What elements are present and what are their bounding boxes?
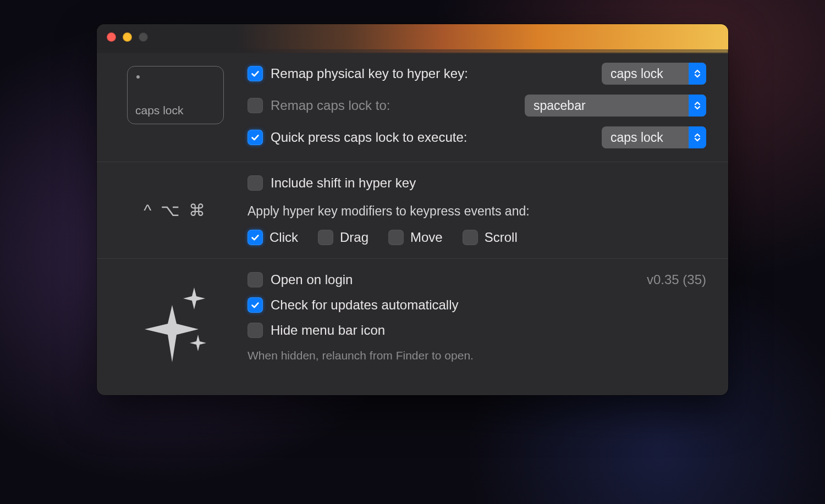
section-remap: caps lock Remap physical key to hyper ke… — [97, 49, 728, 162]
label-quick-press: Quick press caps lock to execute: — [271, 130, 468, 145]
checkbox-mod-move[interactable] — [388, 230, 404, 245]
label-check-updates: Check for updates automatically — [271, 297, 459, 313]
label-open-on-login: Open on login — [271, 272, 353, 287]
checkbox-hide-menu-icon[interactable] — [248, 323, 263, 338]
label-remap-capslock-to: Remap caps lock to: — [271, 98, 390, 113]
select-remap-physical[interactable]: caps lock — [602, 63, 706, 85]
apply-modifiers-header: Apply hyper key modifiers to keypress ev… — [248, 204, 706, 219]
zoom-icon[interactable] — [139, 32, 148, 42]
checkbox-remap-capslock-to[interactable] — [248, 98, 263, 113]
label-remap-physical: Remap physical key to hyper key: — [271, 66, 468, 81]
label-hide-menu-icon: Hide menu bar icon — [271, 323, 385, 338]
keycap-indicator-dot — [136, 75, 140, 79]
close-icon[interactable] — [107, 32, 116, 42]
sparkle-icon — [137, 281, 214, 369]
row-include-shift: Include shift in hyper key — [248, 175, 706, 191]
checkbox-remap-physical[interactable] — [248, 66, 263, 81]
chevron-up-down-icon — [689, 63, 706, 85]
traffic-lights — [107, 32, 148, 42]
label-mod-click: Click — [270, 230, 298, 245]
row-hide-menu-icon: Hide menu bar icon — [248, 323, 706, 338]
row-check-updates: Check for updates automatically — [248, 297, 706, 313]
select-value: spacebar — [534, 98, 689, 113]
row-open-on-login: Open on login v0.35 (35) — [248, 272, 706, 287]
checkbox-quick-press[interactable] — [248, 130, 263, 145]
chevron-up-down-icon — [689, 126, 706, 148]
section-general: Open on login v0.35 (35) Check for updat… — [97, 259, 728, 382]
label-include-shift: Include shift in hyper key — [271, 175, 416, 191]
keycap-label: caps lock — [135, 104, 216, 117]
keycap-preview: caps lock — [127, 66, 224, 124]
preferences-window: caps lock Remap physical key to hyper ke… — [97, 24, 728, 395]
label-mod-drag: Drag — [340, 230, 369, 245]
titlebar[interactable] — [97, 24, 728, 49]
select-remap-capslock-to[interactable]: spacebar — [525, 95, 706, 117]
select-value: caps lock — [610, 130, 689, 145]
checkbox-check-updates[interactable] — [248, 297, 263, 313]
chevron-up-down-icon — [689, 95, 706, 117]
select-quick-press[interactable]: caps lock — [602, 126, 706, 148]
row-quick-press: Quick press caps lock to execute: caps l… — [248, 126, 706, 148]
row-remap-physical: Remap physical key to hyper key: caps lo… — [248, 63, 706, 85]
row-remap-capslock-to: Remap caps lock to: spacebar — [248, 95, 706, 117]
checkbox-include-shift[interactable] — [248, 175, 263, 191]
checkbox-mod-scroll[interactable] — [463, 230, 478, 245]
section-modifiers: ^ ⌥ ⌘ Include shift in hyper key Apply h… — [97, 162, 728, 259]
label-mod-move: Move — [410, 230, 443, 245]
checkbox-open-on-login[interactable] — [248, 272, 263, 287]
checkbox-mod-click[interactable] — [248, 230, 263, 245]
modifier-glyphs: ^ ⌥ ⌘ — [144, 179, 207, 220]
select-value: caps lock — [610, 67, 689, 81]
version-label: v0.35 (35) — [647, 272, 706, 287]
minimize-icon[interactable] — [123, 32, 132, 42]
hide-menu-hint: When hidden, relaunch from Finder to ope… — [248, 349, 706, 362]
modifier-events-row: Click Drag Move Scroll — [248, 230, 706, 245]
checkbox-mod-drag[interactable] — [318, 230, 333, 245]
label-mod-scroll: Scroll — [485, 230, 518, 245]
